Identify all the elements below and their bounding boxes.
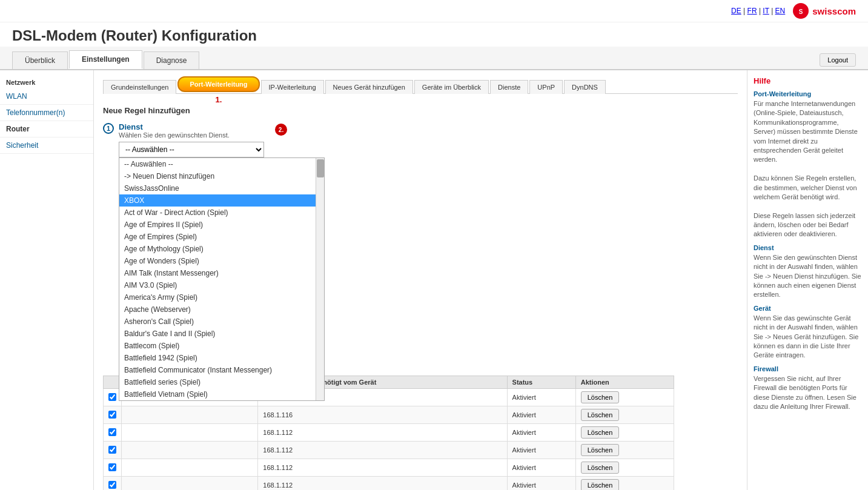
tab-einstellungen[interactable]: Einstellungen — [69, 50, 142, 69]
lang-bar: DE | FR | IT | EN — [731, 7, 785, 15]
table-row: 168.1.116 Aktiviert Löschen — [104, 406, 674, 424]
main-content: Grundeinstellungen Port-Weiterleitung 1.… — [94, 70, 747, 490]
sub-tab-grundeinstellungen[interactable]: Grundeinstellungen — [103, 80, 176, 94]
help-dienst-title: Dienst — [754, 244, 862, 251]
col-status: Status — [507, 376, 575, 389]
delete-button[interactable]: Löschen — [581, 426, 620, 439]
row-ip: 168.1.116 — [258, 406, 507, 424]
row-ip: 168.1.112 — [258, 424, 507, 442]
delete-button[interactable]: Löschen — [581, 444, 620, 456]
sub-tabs: Grundeinstellungen Port-Weiterleitung 1.… — [103, 76, 738, 94]
help-firewall-title: Firewall — [754, 365, 862, 372]
delete-button[interactable]: Löschen — [581, 391, 620, 403]
row-checkbox[interactable] — [108, 446, 116, 454]
dropdown-item-aim-talk[interactable]: AIM Talk (Instant Messenger) — [119, 267, 316, 279]
dropdown-item-battlefield-1942[interactable]: Battlefield 1942 (Spiel) — [119, 352, 316, 364]
row-status: Aktiviert — [507, 389, 575, 406]
table-row: 168.1.112 Aktiviert Löschen — [104, 442, 674, 459]
swisscom-logo-text: swisscom — [812, 6, 856, 16]
help-title: Hilfe — [754, 76, 862, 85]
row-action: Löschen — [575, 459, 674, 477]
row-checkbox[interactable] — [108, 411, 116, 419]
row-checkbox[interactable] — [108, 428, 116, 436]
sub-tab-ip-weiterleitung[interactable]: IP-Weiterleitung — [261, 80, 324, 94]
sub-tab-upnp[interactable]: UPnP — [529, 80, 563, 94]
dropdown-item-aoe[interactable]: Age of Empires (Spiel) — [119, 231, 316, 243]
sidebar-item-sicherheit[interactable]: Sicherheit — [0, 137, 93, 154]
sidebar-item-wlan[interactable]: WLAN — [0, 88, 93, 105]
dropdown-item-act-of-war[interactable]: Act of War - Direct Action (Spiel) — [119, 207, 316, 219]
dienst-select[interactable]: -- Auswählen -- — [119, 142, 264, 157]
sidebar-section-label: Netzwerk — [0, 75, 93, 88]
sub-tab-dyndns[interactable]: DynDNS — [564, 80, 606, 94]
tab-diagnose[interactable]: Diagnose — [144, 51, 200, 69]
dropdown-item-battlefield-comm[interactable]: Battlefield Communicator (Instant Messen… — [119, 364, 316, 376]
lang-de-link[interactable]: DE — [731, 7, 741, 15]
svg-text:S: S — [799, 8, 803, 15]
sub-tab-neues-geraet[interactable]: Neues Gerät hinzufügen — [325, 80, 413, 94]
dropdown-item-battlefield-series[interactable]: Battlefield series (Spiel) — [119, 376, 316, 388]
lang-fr-link[interactable]: FR — [747, 7, 757, 15]
table-row: 168.1.112 Aktiviert Löschen — [104, 459, 674, 477]
dropdown-item-apache[interactable]: Apache (Webserver) — [119, 303, 316, 316]
content-area: Netzwerk WLAN Telefonnummer(n) Router Si… — [0, 70, 868, 490]
lang-en-link[interactable]: EN — [775, 7, 786, 15]
help-geraet-title: Gerät — [754, 305, 862, 312]
dropdown-item-aom[interactable]: Age of Mythology (Spiel) — [119, 243, 316, 255]
dropdown-list: -- Auswählen -- -> Neuen Dienst hinzufüg… — [119, 157, 325, 401]
col-aktionen: Aktionen — [575, 376, 674, 389]
sidebar: Netzwerk WLAN Telefonnummer(n) Router Si… — [0, 70, 94, 490]
sub-tab-dienste[interactable]: Dienste — [490, 80, 528, 94]
swisscom-logo: S swisscom — [792, 2, 856, 19]
dropdown-item-americas-army[interactable]: America's Army (Spiel) — [119, 291, 316, 303]
dropdown-item-auswahlen[interactable]: -- Auswählen -- — [119, 158, 316, 170]
help-port-text: Für manche Internetanwendungen (Online-S… — [754, 99, 862, 239]
dropdown-item-swissjassonline[interactable]: SwissJassOnline — [119, 182, 316, 194]
sub-tab-geraete-ueberblick[interactable]: Geräte im Überblick — [414, 80, 489, 94]
delete-button[interactable]: Löschen — [581, 462, 620, 474]
sidebar-item-router[interactable]: Router — [0, 121, 93, 137]
section-title: Neue Regel hinzufügen — [103, 106, 738, 115]
page-title: DSL-Modem (Router) Konfiguration — [12, 27, 257, 44]
help-panel: Hilfe Port-Weiterleitung Für manche Inte… — [747, 70, 868, 490]
dropdown-item-aow[interactable]: Age of Wonders (Spiel) — [119, 255, 316, 267]
logout-button[interactable]: Logout — [820, 53, 856, 67]
step1-callout: 1. — [216, 95, 222, 104]
lang-it-link[interactable]: IT — [763, 7, 769, 15]
topbar: DE | FR | IT | EN S swisscom — [0, 0, 868, 22]
delete-button[interactable]: Löschen — [581, 409, 620, 421]
row-dienst — [122, 424, 258, 442]
sub-tab-port-weiterleitung[interactable]: Port-Weiterleitung 1. — [177, 76, 259, 92]
step1-desc: Wählen Sie den gewünschten Dienst. — [119, 131, 264, 139]
row-ip: 168.1.112 — [258, 442, 507, 459]
dropdown-item-battlefield-vietnam[interactable]: Battlefield Vietnam (Spiel) — [119, 388, 316, 400]
step1-info: Dienst Wählen Sie den gewünschten Dienst… — [119, 122, 264, 157]
swisscom-logo-icon: S — [792, 2, 809, 19]
dropdown-container: -- Auswählen -- -- Auswählen -- -> Neuen… — [119, 142, 264, 157]
dropdown-scrollbar[interactable] — [316, 158, 324, 400]
row-status: Aktiviert — [507, 477, 575, 491]
dropdown-item-battlecom[interactable]: Battlecom (Spiel) — [119, 340, 316, 352]
page-title-bar: DSL-Modem (Router) Konfiguration — [0, 22, 868, 44]
step1-label: Dienst — [119, 122, 264, 131]
dropdown-item-aoe2[interactable]: Age of Empires II (Spiel) — [119, 219, 316, 231]
row-action: Löschen — [575, 389, 674, 406]
row-action: Löschen — [575, 477, 674, 491]
row-action: Löschen — [575, 406, 674, 424]
row-checkbox[interactable] — [108, 463, 116, 471]
dropdown-item-baldurs-gate[interactable]: Baldur's Gate I and II (Spiel) — [119, 328, 316, 340]
help-geraet-text: Wenn Sie das gewünschte Gerät nicht in d… — [754, 314, 862, 360]
row-checkbox[interactable] — [108, 393, 116, 401]
sidebar-item-telefonnummer[interactable]: Telefonnummer(n) — [0, 105, 93, 121]
row-status: Aktiviert — [507, 459, 575, 477]
delete-button[interactable]: Löschen — [581, 479, 620, 490]
row-dienst — [122, 406, 258, 424]
dropdown-item-asherons-call[interactable]: Asheron's Call (Spiel) — [119, 316, 316, 328]
dropdown-item-aim-v3[interactable]: AIM V3.0 (Spiel) — [119, 279, 316, 291]
dropdown-item-xbox[interactable]: XBOX — [119, 194, 316, 207]
dropdown-item-neuer-dienst[interactable]: -> Neuen Dienst hinzufügen — [119, 170, 316, 182]
tab-ueberblick[interactable]: Überblick — [12, 51, 68, 69]
row-checkbox[interactable] — [108, 481, 116, 489]
row-status: Aktiviert — [507, 424, 575, 442]
help-port-title: Port-Weiterleitung — [754, 90, 862, 98]
